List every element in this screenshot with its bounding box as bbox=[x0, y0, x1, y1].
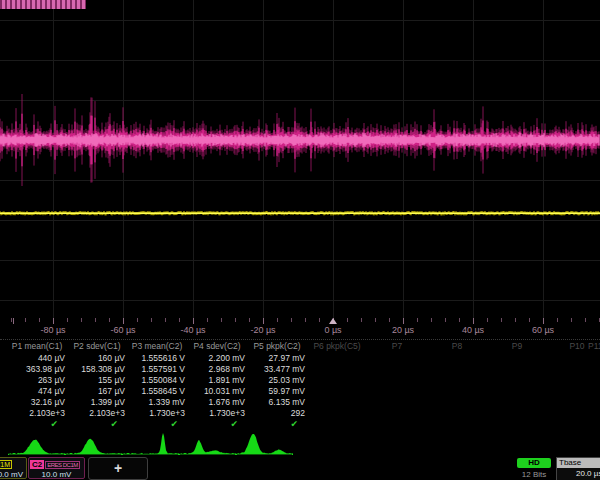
measurement-value bbox=[427, 375, 487, 386]
channel2-scale: 10.0 mV bbox=[29, 470, 84, 480]
measurement-header[interactable]: P3 mean(C2) bbox=[127, 340, 187, 353]
measurement-value bbox=[487, 364, 547, 375]
measurement-value bbox=[427, 408, 487, 419]
trigger-position-icon[interactable] bbox=[329, 318, 337, 324]
descriptor-bar: C1 DC1M 10.0 mV C2 ERES DC1M 10.0 mV + H… bbox=[0, 456, 600, 480]
measurement-header[interactable]: P8 bbox=[427, 340, 487, 353]
measurement-value bbox=[547, 353, 600, 364]
measurement-value bbox=[487, 375, 547, 386]
measurement-value bbox=[547, 397, 600, 408]
histicon bbox=[65, 429, 122, 456]
measurement-header[interactable]: P2 sdev(C1) bbox=[67, 340, 127, 353]
measurement-value bbox=[487, 353, 547, 364]
time-axis-label: -60 µs bbox=[110, 325, 135, 335]
measurement-header[interactable]: P5 pkpk(C2) bbox=[247, 340, 307, 353]
measurement-value bbox=[547, 375, 600, 386]
timebase-title: Tbase bbox=[557, 458, 600, 468]
measurement-value: 1.730e+3 bbox=[127, 408, 187, 419]
measurement-value: 1.557591 V bbox=[127, 364, 187, 375]
time-axis-label: -20 µs bbox=[250, 325, 275, 335]
measurement-value: 1.399 µV bbox=[67, 397, 127, 408]
measurement-value bbox=[367, 397, 427, 408]
measurement-status-check: ✔ bbox=[187, 419, 247, 429]
histicon bbox=[122, 429, 179, 456]
measurement-status-check: ✔ bbox=[7, 419, 67, 429]
measurement-status-check: ✔ bbox=[247, 419, 307, 429]
channel1-descriptor[interactable]: C1 DC1M 10.0 mV bbox=[0, 457, 27, 479]
timebase-value: 20.0 µs bbox=[557, 468, 600, 479]
measurement-value bbox=[367, 364, 427, 375]
measurement-value bbox=[427, 397, 487, 408]
measurement-value bbox=[307, 353, 367, 364]
channel2-badge: C2 bbox=[30, 460, 44, 469]
measurement-value: 33.477 mV bbox=[247, 364, 307, 375]
channel2-descriptor[interactable]: C2 ERES DC1M 10.0 mV bbox=[28, 457, 85, 479]
measurement-header[interactable]: P9 bbox=[487, 340, 547, 353]
measurement-status-check: ✔ bbox=[67, 419, 127, 429]
time-axis-label: 0 µs bbox=[324, 325, 341, 335]
histicon bbox=[179, 429, 236, 456]
measurement-value: 160 µV bbox=[67, 353, 127, 364]
measurement-value: 1.550084 V bbox=[127, 375, 187, 386]
measurement-value: 32.16 µV bbox=[7, 397, 67, 408]
time-axis-major-ticks bbox=[0, 318, 600, 324]
measurement-table[interactable]: P1 mean(C1)P2 sdev(C1)P3 mean(C2)P4 sdev… bbox=[0, 339, 600, 429]
time-axis-label: -80 µs bbox=[40, 325, 65, 335]
measurement-header[interactable]: P6 pkpk(C5) bbox=[307, 340, 367, 353]
measurement-value bbox=[487, 397, 547, 408]
measurement-header[interactable]: P1 mean(C1) bbox=[7, 340, 67, 353]
hd-bits-label: 12 Bits bbox=[509, 470, 559, 479]
measurement-value: 1.730e+3 bbox=[187, 408, 247, 419]
measurement-value: 1.676 mV bbox=[187, 397, 247, 408]
timebase-descriptor[interactable]: Tbase 20.0 µs bbox=[556, 457, 600, 480]
add-trace-button[interactable]: + bbox=[88, 457, 148, 480]
measurement-value bbox=[367, 408, 427, 419]
measurement-value: 292 bbox=[247, 408, 307, 419]
measurement-value bbox=[487, 386, 547, 397]
measurement-value bbox=[307, 397, 367, 408]
measurement-status-check bbox=[427, 419, 487, 429]
hd-mode-badge[interactable]: HD bbox=[517, 458, 551, 468]
measurement-value bbox=[367, 353, 427, 364]
time-axis-label: 40 µs bbox=[462, 325, 484, 335]
measurement-value: 440 µV bbox=[7, 353, 67, 364]
measurement-header[interactable]: P4 sdev(C2) bbox=[187, 340, 247, 353]
measurement-value: 25.03 mV bbox=[247, 375, 307, 386]
channel2-coupling: ERES DC1M bbox=[45, 461, 80, 469]
measurement-status-check bbox=[367, 419, 427, 429]
time-axis-label: 20 µs bbox=[392, 325, 414, 335]
time-axis-label: 60 µs bbox=[532, 325, 554, 335]
time-axis: -100 µs-80 µs-60 µs-40 µs-20 µs0 µs20 µs… bbox=[0, 318, 600, 339]
measurement-status-check bbox=[487, 419, 547, 429]
measurement-value bbox=[547, 364, 600, 375]
measurement-value bbox=[307, 408, 367, 419]
measurement-value: 2.103e+3 bbox=[67, 408, 127, 419]
waveform-grid[interactable] bbox=[0, 0, 600, 318]
measurement-value bbox=[307, 386, 367, 397]
measurement-value: 363.98 µV bbox=[7, 364, 67, 375]
histicon bbox=[8, 429, 65, 456]
measurement-value: 59.97 mV bbox=[247, 386, 307, 397]
measurement-value: 6.135 mV bbox=[247, 397, 307, 408]
trace-tag-badge bbox=[0, 0, 86, 9]
measurement-header[interactable]: P7 bbox=[367, 340, 427, 353]
measurement-value: 1.891 mV bbox=[187, 375, 247, 386]
measurement-value: 1.339 mV bbox=[127, 397, 187, 408]
measurement-value: 474 µV bbox=[7, 386, 67, 397]
measurement-value: 263 µV bbox=[7, 375, 67, 386]
measurement-value: 155 µV bbox=[67, 375, 127, 386]
measurement-value bbox=[487, 408, 547, 419]
measurement-value: 1.555616 V bbox=[127, 353, 187, 364]
measurement-value: 10.031 mV bbox=[187, 386, 247, 397]
measurement-value: 2.200 mV bbox=[187, 353, 247, 364]
channel1-scale: 10.0 mV bbox=[0, 470, 26, 480]
channel1-coupling: DC1M bbox=[0, 460, 12, 469]
measurement-value bbox=[547, 408, 600, 419]
time-axis-label: -40 µs bbox=[180, 325, 205, 335]
measurement-header-p11[interactable]: P11 bbox=[588, 341, 600, 351]
measurement-value bbox=[547, 386, 600, 397]
measurement-value bbox=[427, 386, 487, 397]
measurement-status-check bbox=[547, 419, 600, 429]
measurement-value: 2.968 mV bbox=[187, 364, 247, 375]
histicon bbox=[236, 429, 293, 456]
